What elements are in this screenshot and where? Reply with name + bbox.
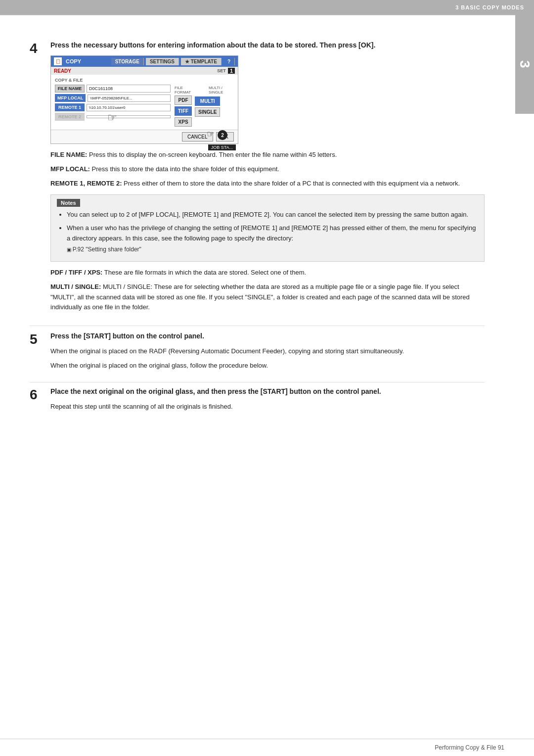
multi-buttons: MULTI SINGLE — [195, 96, 220, 127]
notes-box: Notes You can select up to 2 of [MFP LOC… — [50, 194, 485, 262]
notes-header: Notes — [57, 199, 478, 207]
footer-right: Performing Copy & File 91 — [435, 744, 504, 751]
remote-desc: Press either of them to store the data i… — [124, 180, 460, 187]
footer: Performing Copy & File 91 — [0, 739, 534, 756]
step-6-heading: Place the next original on the original … — [50, 386, 485, 397]
step-4-number: 4 — [30, 40, 44, 57]
formats-desc: These are file formats in which the data… — [104, 269, 306, 276]
file-name-value[interactable]: D0C161108 — [87, 85, 171, 93]
notes-list: You can select up to 2 of [MFP LOCAL], [… — [57, 210, 478, 254]
step-6-number: 6 — [30, 386, 44, 403]
desc-formats: PDF / TIFF / XPS: These are file formats… — [50, 268, 485, 278]
step-6-section: 6 Place the next original on the origina… — [30, 386, 485, 416]
note-2-text: When a user who has the privilege of cha… — [67, 224, 476, 242]
file-name-bold: FILE NAME: — [50, 151, 87, 158]
step-separator-1 — [30, 326, 485, 326]
single-button[interactable]: SINGLE — [195, 107, 220, 117]
format-buttons: PDF TIFF XPS — [175, 95, 192, 127]
set-number: 1 — [228, 68, 235, 74]
file-format-label: FILE FORMAT — [175, 86, 197, 94]
ui-status-bar: READY SET 1 — [51, 67, 238, 75]
multi-single-desc: MULTI / SINGLE: These are for selecting … — [50, 283, 470, 311]
step-separator-2 — [30, 382, 485, 382]
desc-mfp-local: MFP LOCAL: Press this to store the data … — [50, 164, 485, 175]
help-tab[interactable]: ? — [223, 58, 235, 65]
remote1-label[interactable]: REMOTE 1 — [55, 103, 85, 111]
remote2-value — [87, 115, 171, 118]
chapter-title: 3 BASIC COPY MODES — [455, 4, 524, 10]
step-5-heading: Press the [START] button on the control … — [50, 331, 485, 341]
cursor-2-area: ☞ 2 — [207, 129, 227, 140]
note-item-2: When a user who has the privilege of cha… — [67, 223, 478, 254]
chapter-tab: 3 — [515, 15, 534, 114]
top-separator — [0, 15, 534, 15]
chapter-number: 3 — [517, 60, 533, 68]
step-4-section: 4 Press the necessary buttons for enteri… — [30, 40, 485, 317]
ui-title: COPY — [66, 58, 81, 64]
mfp-local-label[interactable]: MFP LOCAL — [55, 94, 86, 102]
step-4-heading: Press the necessary buttons for entering… — [50, 40, 485, 50]
format-section: FILE FORMAT MULTI / SINGLE PDF TIFF XPS — [175, 86, 234, 127]
storage-tab[interactable]: STORAGE — [111, 58, 144, 65]
main-content: 4 Press the necessary buttons for enteri… — [0, 25, 514, 443]
cursor-1: ☞ — [107, 111, 117, 124]
step-6-content: Place the next original on the original … — [50, 386, 485, 416]
file-name-row: FILE NAME D0C161108 — [55, 85, 171, 93]
file-name-label[interactable]: FILE NAME — [55, 85, 85, 93]
ui-right-col: FILE FORMAT MULTI / SINGLE PDF TIFF XPS — [175, 85, 234, 127]
mfp-local-value: \\MFP-05298286\FILE... — [88, 94, 171, 102]
header-bar: 3 BASIC COPY MODES — [0, 0, 534, 15]
multi-single-bold: MULTI / SINGLE: — [50, 283, 101, 290]
ui-status: READY — [54, 68, 71, 74]
set-label: SET — [217, 68, 226, 73]
remote-bold: REMOTE 1, REMOTE 2: — [50, 180, 122, 187]
step-5-desc1: When the original is placed on the RADF … — [50, 346, 485, 357]
jobstatus-button[interactable]: JOB STA... — [208, 144, 236, 150]
desc-remote: REMOTE 1, REMOTE 2: Press either of them… — [50, 179, 485, 189]
step-5-section: 5 Press the [START] button on the contro… — [30, 331, 485, 375]
tiff-button[interactable]: TIFF — [175, 106, 192, 116]
ui-body: COPY & FILE FILE NAME D0C161108 — [51, 75, 238, 130]
remote1-value: \\10.10.70.101\user0 — [87, 104, 171, 111]
step-5-content: Press the [START] button on the control … — [50, 331, 485, 375]
section-label: COPY & FILE — [55, 78, 234, 83]
remote2-label[interactable]: REMOTE 2 — [55, 113, 85, 121]
step-6-desc: Repeat this step until the scanning of a… — [50, 402, 485, 412]
cursor-circle-2: 2 — [218, 130, 227, 140]
settings-tab[interactable]: SETTINGS — [146, 58, 179, 65]
mfp-local-row: MFP LOCAL \\MFP-05298286\FILE... — [55, 94, 171, 102]
ui-title-bar: 📋 COPY STORAGE SETTINGS ★ TEMPLATE ? — [51, 56, 238, 67]
multi-label: MULTI / SINGLE — [209, 86, 234, 94]
xps-button[interactable]: XPS — [175, 117, 192, 127]
desc-file-name: FILE NAME: Press this to display the on-… — [50, 150, 485, 160]
pdf-button[interactable]: PDF — [175, 95, 192, 105]
remote1-row: REMOTE 1 \\10.10.70.101\user0 — [55, 103, 171, 111]
desc-multi-single: MULTI / SINGLE: MULTI / SINGLE: These ar… — [50, 282, 485, 313]
formats-bold: PDF / TIFF / XPS: — [50, 269, 102, 276]
template-tab[interactable]: ★ TEMPLATE — [181, 58, 222, 65]
step-4-content: Press the necessary buttons for entering… — [50, 40, 485, 317]
mfp-local-bold: MFP LOCAL: — [50, 165, 90, 173]
step-5-desc2: When the original is placed on the origi… — [50, 361, 485, 371]
ui-form-area: FILE NAME D0C161108 MFP LOCAL \\MFP-0529… — [55, 85, 234, 127]
file-name-desc: Press this to display the on-screen keyb… — [89, 151, 337, 158]
ui-screenshot-wrapper: 📋 COPY STORAGE SETTINGS ★ TEMPLATE ? REA… — [50, 55, 238, 150]
multi-button[interactable]: MULTI — [195, 96, 220, 106]
copy-icon: 📋 — [54, 57, 62, 65]
mfp-local-desc: Press this to store the data into the sh… — [92, 165, 279, 173]
notes-icon-label: Notes — [57, 199, 80, 207]
page-ref: P.92 "Setting share folder" — [67, 245, 478, 254]
step-5-number: 5 — [30, 331, 44, 348]
note-item-1: You can select up to 2 of [MFP LOCAL], [… — [67, 210, 478, 220]
